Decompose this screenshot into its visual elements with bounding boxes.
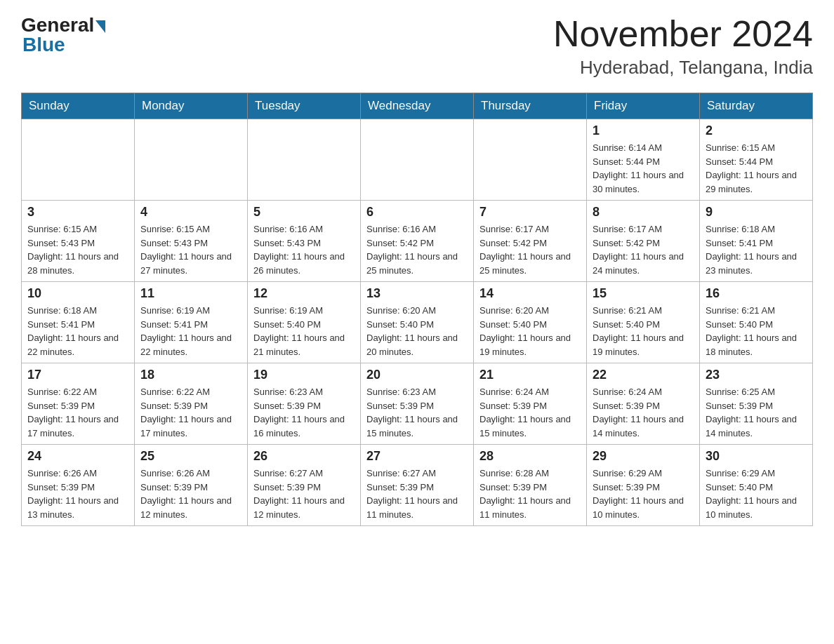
day-info: Sunrise: 6:22 AMSunset: 5:39 PMDaylight:… [140, 385, 241, 440]
weekday-header: Monday [135, 93, 248, 119]
day-info: Sunrise: 6:16 AMSunset: 5:42 PMDaylight:… [366, 222, 468, 277]
calendar-cell [135, 119, 248, 201]
calendar-cell: 22Sunrise: 6:24 AMSunset: 5:39 PMDayligh… [587, 363, 700, 445]
day-info: Sunrise: 6:24 AMSunset: 5:39 PMDaylight:… [479, 385, 581, 440]
page-header: General Blue November 2024 Hyderabad, Te… [21, 14, 813, 79]
day-number: 9 [706, 205, 807, 220]
calendar-cell: 11Sunrise: 6:19 AMSunset: 5:41 PMDayligh… [135, 282, 248, 363]
day-number: 5 [253, 205, 355, 220]
weekday-header: Wednesday [361, 93, 474, 119]
calendar-cell: 26Sunrise: 6:27 AMSunset: 5:39 PMDayligh… [248, 445, 361, 526]
day-number: 2 [706, 123, 807, 138]
day-number: 30 [706, 449, 807, 464]
week-row: 3Sunrise: 6:15 AMSunset: 5:43 PMDaylight… [22, 201, 813, 282]
day-info: Sunrise: 6:18 AMSunset: 5:41 PMDaylight:… [27, 304, 128, 358]
day-number: 12 [253, 286, 355, 301]
day-info: Sunrise: 6:15 AMSunset: 5:43 PMDaylight:… [27, 222, 128, 277]
day-info: Sunrise: 6:28 AMSunset: 5:39 PMDaylight:… [479, 467, 581, 521]
day-number: 19 [253, 368, 355, 382]
calendar-cell: 3Sunrise: 6:15 AMSunset: 5:43 PMDaylight… [22, 201, 135, 282]
calendar-cell [22, 119, 135, 201]
calendar-cell: 2Sunrise: 6:15 AMSunset: 5:44 PMDaylight… [700, 119, 813, 201]
calendar-cell: 27Sunrise: 6:27 AMSunset: 5:39 PMDayligh… [361, 445, 474, 526]
calendar-cell [474, 119, 587, 201]
weekday-header: Thursday [474, 93, 587, 119]
weekday-header: Sunday [22, 93, 135, 119]
day-number: 15 [593, 286, 694, 301]
day-number: 27 [366, 449, 468, 464]
day-number: 16 [706, 286, 807, 301]
day-number: 29 [593, 449, 694, 464]
day-number: 24 [27, 449, 128, 464]
calendar-cell: 12Sunrise: 6:19 AMSunset: 5:40 PMDayligh… [248, 282, 361, 363]
logo-blue-text: Blue [22, 34, 65, 56]
day-number: 7 [479, 205, 581, 220]
day-number: 18 [140, 368, 241, 382]
week-row: 10Sunrise: 6:18 AMSunset: 5:41 PMDayligh… [22, 282, 813, 363]
calendar-cell: 1Sunrise: 6:14 AMSunset: 5:44 PMDaylight… [587, 119, 700, 201]
day-info: Sunrise: 6:20 AMSunset: 5:40 PMDaylight:… [479, 304, 581, 358]
day-info: Sunrise: 6:26 AMSunset: 5:39 PMDaylight:… [27, 467, 128, 521]
calendar-cell: 19Sunrise: 6:23 AMSunset: 5:39 PMDayligh… [248, 363, 361, 445]
day-info: Sunrise: 6:29 AMSunset: 5:40 PMDaylight:… [706, 467, 807, 521]
day-number: 22 [593, 368, 694, 382]
day-number: 4 [140, 205, 241, 220]
day-number: 13 [366, 286, 468, 301]
weekday-header: Tuesday [248, 93, 361, 119]
day-info: Sunrise: 6:15 AMSunset: 5:43 PMDaylight:… [140, 222, 241, 277]
day-info: Sunrise: 6:25 AMSunset: 5:39 PMDaylight:… [706, 385, 807, 440]
calendar-cell: 5Sunrise: 6:16 AMSunset: 5:43 PMDaylight… [248, 201, 361, 282]
day-info: Sunrise: 6:29 AMSunset: 5:39 PMDaylight:… [593, 467, 694, 521]
day-info: Sunrise: 6:19 AMSunset: 5:41 PMDaylight:… [140, 304, 241, 358]
weekday-header: Friday [587, 93, 700, 119]
day-number: 23 [706, 368, 807, 382]
calendar-cell: 21Sunrise: 6:24 AMSunset: 5:39 PMDayligh… [474, 363, 587, 445]
day-number: 26 [253, 449, 355, 464]
logo: General Blue [21, 14, 105, 56]
calendar-cell: 10Sunrise: 6:18 AMSunset: 5:41 PMDayligh… [22, 282, 135, 363]
calendar-cell: 15Sunrise: 6:21 AMSunset: 5:40 PMDayligh… [587, 282, 700, 363]
calendar-cell: 25Sunrise: 6:26 AMSunset: 5:39 PMDayligh… [135, 445, 248, 526]
day-number: 28 [479, 449, 581, 464]
week-row: 17Sunrise: 6:22 AMSunset: 5:39 PMDayligh… [22, 363, 813, 445]
calendar-cell: 16Sunrise: 6:21 AMSunset: 5:40 PMDayligh… [700, 282, 813, 363]
calendar-title: November 2024 [553, 14, 813, 54]
calendar-cell: 18Sunrise: 6:22 AMSunset: 5:39 PMDayligh… [135, 363, 248, 445]
day-info: Sunrise: 6:20 AMSunset: 5:40 PMDaylight:… [366, 304, 468, 358]
day-info: Sunrise: 6:23 AMSunset: 5:39 PMDaylight:… [366, 385, 468, 440]
day-info: Sunrise: 6:19 AMSunset: 5:40 PMDaylight:… [253, 304, 355, 358]
day-info: Sunrise: 6:26 AMSunset: 5:39 PMDaylight:… [140, 467, 241, 521]
calendar-cell: 6Sunrise: 6:16 AMSunset: 5:42 PMDaylight… [361, 201, 474, 282]
day-number: 20 [366, 368, 468, 382]
day-number: 10 [27, 286, 128, 301]
week-row: 24Sunrise: 6:26 AMSunset: 5:39 PMDayligh… [22, 445, 813, 526]
calendar-cell: 8Sunrise: 6:17 AMSunset: 5:42 PMDaylight… [587, 201, 700, 282]
calendar-cell: 24Sunrise: 6:26 AMSunset: 5:39 PMDayligh… [22, 445, 135, 526]
day-info: Sunrise: 6:24 AMSunset: 5:39 PMDaylight:… [593, 385, 694, 440]
logo-arrow-icon [95, 20, 105, 33]
title-block: November 2024 Hyderabad, Telangana, Indi… [553, 14, 813, 79]
calendar-cell: 23Sunrise: 6:25 AMSunset: 5:39 PMDayligh… [700, 363, 813, 445]
day-info: Sunrise: 6:27 AMSunset: 5:39 PMDaylight:… [253, 467, 355, 521]
day-number: 25 [140, 449, 241, 464]
day-info: Sunrise: 6:14 AMSunset: 5:44 PMDaylight:… [593, 141, 694, 196]
day-number: 8 [593, 205, 694, 220]
calendar-cell [248, 119, 361, 201]
calendar-cell: 9Sunrise: 6:18 AMSunset: 5:41 PMDaylight… [700, 201, 813, 282]
calendar-cell: 29Sunrise: 6:29 AMSunset: 5:39 PMDayligh… [587, 445, 700, 526]
week-row: 1Sunrise: 6:14 AMSunset: 5:44 PMDaylight… [22, 119, 813, 201]
day-info: Sunrise: 6:17 AMSunset: 5:42 PMDaylight:… [479, 222, 581, 277]
calendar-cell: 14Sunrise: 6:20 AMSunset: 5:40 PMDayligh… [474, 282, 587, 363]
calendar-table: SundayMondayTuesdayWednesdayThursdayFrid… [21, 93, 813, 526]
day-info: Sunrise: 6:22 AMSunset: 5:39 PMDaylight:… [27, 385, 128, 440]
day-info: Sunrise: 6:27 AMSunset: 5:39 PMDaylight:… [366, 467, 468, 521]
day-number: 21 [479, 368, 581, 382]
day-number: 6 [366, 205, 468, 220]
day-info: Sunrise: 6:17 AMSunset: 5:42 PMDaylight:… [593, 222, 694, 277]
calendar-cell: 17Sunrise: 6:22 AMSunset: 5:39 PMDayligh… [22, 363, 135, 445]
day-number: 11 [140, 286, 241, 301]
calendar-cell: 4Sunrise: 6:15 AMSunset: 5:43 PMDaylight… [135, 201, 248, 282]
day-info: Sunrise: 6:16 AMSunset: 5:43 PMDaylight:… [253, 222, 355, 277]
day-info: Sunrise: 6:21 AMSunset: 5:40 PMDaylight:… [593, 304, 694, 358]
day-info: Sunrise: 6:23 AMSunset: 5:39 PMDaylight:… [253, 385, 355, 440]
